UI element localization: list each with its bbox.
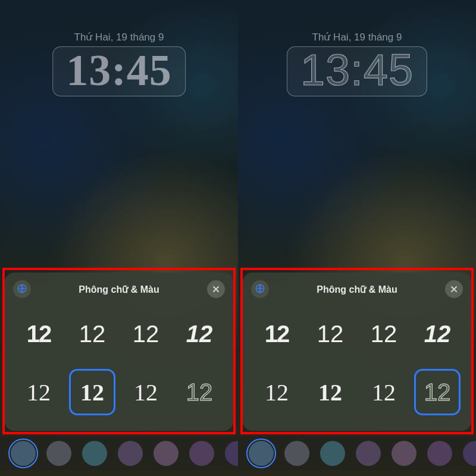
- globe-icon: [255, 283, 265, 296]
- color-swatch-6[interactable]: [225, 441, 238, 466]
- clock-frame[interactable]: 13:45: [287, 46, 427, 96]
- color-swatch-1[interactable]: [284, 441, 309, 466]
- color-swatch-4[interactable]: [154, 441, 178, 466]
- lock-screen-date: Thứ Hai, 19 tháng 9: [238, 31, 476, 43]
- font-option-4[interactable]: 12: [176, 311, 223, 357]
- close-icon: [450, 284, 458, 295]
- color-swatch-3[interactable]: [118, 441, 143, 466]
- font-option-7[interactable]: 12: [361, 369, 407, 415]
- globe-button[interactable]: [251, 280, 269, 298]
- font-option-8[interactable]: 12: [414, 369, 461, 415]
- close-button[interactable]: [445, 280, 463, 298]
- font-grid: 12 12 12 12 12 12 12 12: [13, 305, 225, 421]
- left-screenshot: Thứ Hai, 19 tháng 9 13:45 Phông chữ & Mà…: [0, 0, 238, 476]
- color-strip-right: [238, 437, 476, 470]
- color-swatch-2[interactable]: [320, 441, 345, 466]
- font-option-2[interactable]: 12: [307, 311, 353, 357]
- sheet-title: Phông chữ & Màu: [317, 284, 397, 295]
- font-option-6[interactable]: 12: [307, 369, 353, 415]
- font-option-3[interactable]: 12: [361, 311, 407, 357]
- font-option-5[interactable]: 12: [15, 369, 62, 415]
- color-swatch-2[interactable]: [82, 441, 107, 466]
- font-option-1[interactable]: 12: [15, 311, 62, 357]
- close-icon: [212, 284, 220, 295]
- close-button[interactable]: [207, 280, 225, 298]
- right-screenshot: Thứ Hai, 19 tháng 9 13:45 Phông chữ & Mà…: [238, 0, 476, 476]
- lock-screen-date: Thứ Hai, 19 tháng 9: [0, 31, 238, 43]
- clock-frame[interactable]: 13:45: [52, 46, 186, 96]
- color-swatch-1[interactable]: [46, 441, 71, 466]
- color-swatch-0[interactable]: [249, 441, 274, 466]
- font-option-3[interactable]: 12: [123, 311, 169, 357]
- color-swatch-0[interactable]: [11, 441, 36, 466]
- font-option-8[interactable]: 12: [176, 369, 223, 415]
- font-option-7[interactable]: 12: [123, 369, 169, 415]
- font-color-sheet: Phông chữ & Màu 12 12 12 12 12 12 12 12: [243, 273, 471, 431]
- color-swatch-4[interactable]: [392, 441, 416, 466]
- font-option-5[interactable]: 12: [253, 369, 300, 415]
- font-option-4[interactable]: 12: [414, 311, 461, 357]
- font-option-2[interactable]: 12: [69, 311, 115, 357]
- globe-button[interactable]: [13, 280, 31, 298]
- globe-icon: [17, 283, 27, 296]
- font-option-6[interactable]: 12: [69, 369, 115, 415]
- lock-screen-time: 13:45: [66, 48, 172, 92]
- color-swatch-6[interactable]: [463, 441, 476, 466]
- font-color-sheet: Phông chữ & Màu 12 12 12 12 12 12 12 12: [5, 273, 233, 431]
- color-strip-left: [0, 437, 238, 470]
- font-grid: 12 12 12 12 12 12 12 12: [251, 305, 463, 421]
- color-swatch-5[interactable]: [189, 441, 214, 466]
- color-swatch-3[interactable]: [356, 441, 381, 466]
- lock-screen-time: 13:45: [300, 48, 414, 92]
- sheet-title: Phông chữ & Màu: [79, 284, 159, 295]
- font-option-1[interactable]: 12: [253, 311, 300, 357]
- color-swatch-5[interactable]: [427, 441, 452, 466]
